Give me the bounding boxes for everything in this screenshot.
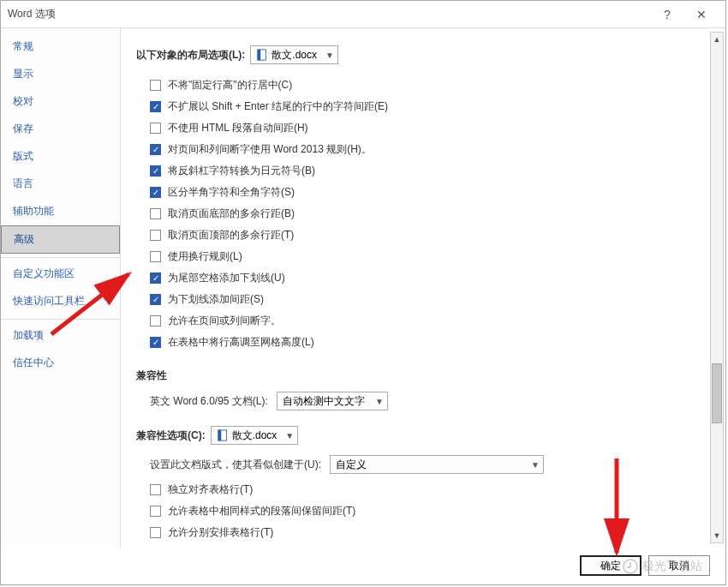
english-word-label: 英文 Word 6.0/95 文档(L):	[150, 394, 268, 409]
compat-checkbox-list: 独立对齐表格行(T) 允许表格中相同样式的段落间保留间距(T) 允许分别安排表格…	[150, 479, 700, 547]
checkbox-row[interactable]: 允许表格中相同样式的段落间保留间距(T)	[150, 500, 700, 522]
checkbox-label: 为下划线添加间距(S)	[168, 292, 264, 307]
checkbox-row[interactable]: 不将"固定行高"的行居中(C)	[150, 75, 700, 96]
button-label: 取消	[669, 559, 689, 573]
checkbox[interactable]	[150, 80, 161, 91]
sidebar-label: 语言	[13, 177, 33, 189]
checkbox-row[interactable]: 对页间和列间断字使用 Word 2013 规则(H)。	[150, 139, 700, 160]
titlebar: Word 选项 ? ✕	[1, 1, 725, 28]
sidebar-label: 版式	[13, 150, 33, 162]
help-button[interactable]: ?	[650, 3, 684, 27]
ok-button[interactable]: 确定	[580, 555, 641, 576]
compat-option-label: 兼容性选项(C):	[136, 428, 206, 443]
svg-rect-3	[218, 430, 221, 440]
sidebar-item-general[interactable]: 常规	[1, 33, 120, 61]
dropdown-text: 散文.docx	[272, 48, 317, 63]
checkbox-label: 将反斜杠字符转换为日元符号(B)	[168, 164, 315, 178]
sidebar-label: 常规	[13, 40, 33, 52]
compat-heading: 兼容性	[136, 368, 700, 383]
version-label: 设置此文档版式，使其看似创建于(U):	[150, 458, 321, 472]
checkbox[interactable]	[150, 208, 161, 219]
sidebar-item-language[interactable]: 语言	[1, 171, 120, 198]
sidebar-item-accessibility[interactable]: 辅助功能	[1, 198, 120, 225]
checkbox-row[interactable]: 为下划线添加间距(S)	[150, 289, 700, 310]
checkbox[interactable]	[150, 101, 161, 112]
checkbox-row[interactable]: 在表格中将行高调至网格高度(L)	[150, 332, 700, 353]
checkbox-label: 不扩展以 Shift + Enter 结尾的行中的字符间距(E)	[168, 99, 388, 114]
sidebar-item-display[interactable]: 显示	[1, 61, 120, 88]
checkbox-label: 为尾部空格添加下划线(U)	[168, 271, 285, 285]
sidebar-item-layout[interactable]: 版式	[1, 143, 120, 171]
checkbox-row[interactable]: 允许分别安排表格行(T)	[150, 522, 700, 543]
checkbox[interactable]	[150, 273, 161, 284]
compat-doc-dropdown[interactable]: 散文.docx ▼	[211, 426, 299, 445]
sidebar: 常规 显示 校对 保存 版式 语言 辅助功能 高级 自定义功能区 快速访问工具栏…	[1, 28, 121, 547]
checkbox-row[interactable]: 不使用 HTML 段落自动间距(H)	[150, 117, 700, 139]
checkbox-label: 取消页面底部的多余行距(B)	[168, 207, 295, 221]
window-title: Word 选项	[8, 7, 650, 21]
checkbox[interactable]	[150, 251, 161, 262]
english-word-dropdown[interactable]: 自动检测中文文字 ▼	[277, 392, 388, 410]
scroll-thumb[interactable]	[712, 363, 722, 423]
checkbox[interactable]	[150, 144, 161, 155]
checkbox-row[interactable]: 将反斜杠字符转换为日元符号(B)	[150, 160, 700, 182]
version-dropdown[interactable]: 自定义 ▼	[330, 455, 544, 474]
checkbox[interactable]	[150, 294, 161, 305]
checkbox-label: 不使用 HTML 段落自动间距(H)	[168, 121, 308, 135]
checkbox-label: 允许在页间或列间断字。	[168, 314, 281, 328]
sidebar-label: 加载项	[13, 329, 44, 341]
checkbox[interactable]	[150, 506, 161, 517]
content-panel: 以下对象的布局选项(L): 散文.docx ▼ 不将"固定行高"的行居中(C) …	[121, 28, 725, 547]
checkbox-label: 独立对齐表格行(T)	[168, 482, 253, 497]
checkbox[interactable]	[150, 230, 161, 241]
chevron-down-icon: ▼	[325, 51, 334, 60]
checkbox[interactable]	[150, 123, 161, 134]
layout-options-label: 以下对象的布局选项(L):	[136, 48, 245, 63]
sidebar-item-quick-access[interactable]: 快速访问工具栏	[1, 288, 120, 315]
sidebar-item-proofing[interactable]: 校对	[1, 88, 120, 116]
sidebar-item-advanced[interactable]: 高级	[1, 225, 120, 254]
checkbox-label: 对页间和列间断字使用 Word 2013 规则(H)。	[168, 142, 372, 157]
dropdown-text: 散文.docx	[232, 428, 277, 443]
sidebar-item-trust-center[interactable]: 信任中心	[1, 350, 120, 377]
checkbox-row[interactable]: 取消页面顶部的多余行距(T)	[150, 225, 700, 246]
checkbox[interactable]	[150, 527, 161, 538]
chevron-down-icon: ▼	[531, 460, 540, 470]
checkbox-label: 区分半角字符和全角字符(S)	[168, 185, 295, 200]
checkbox[interactable]	[150, 484, 161, 495]
dialog-footer: 确定 取消	[1, 547, 725, 584]
checkbox-row[interactable]: 区分半角字符和全角字符(S)	[150, 182, 700, 203]
sidebar-item-save[interactable]: 保存	[1, 116, 120, 143]
document-icon	[217, 429, 229, 441]
svg-rect-1	[258, 50, 261, 60]
scroll-down-icon[interactable]: ▼	[711, 529, 723, 542]
checkbox[interactable]	[150, 165, 161, 177]
sidebar-item-customize-ribbon[interactable]: 自定义功能区	[1, 257, 120, 288]
sidebar-item-addins[interactable]: 加载项	[1, 319, 120, 350]
scroll-track[interactable]	[711, 46, 723, 529]
checkbox[interactable]	[150, 187, 161, 198]
checkbox-row[interactable]: 使用换行规则(L)	[150, 246, 700, 267]
checkbox-row[interactable]: 为尾部空格添加下划线(U)	[150, 267, 700, 289]
sidebar-label: 显示	[13, 68, 33, 80]
scroll-up-icon[interactable]: ▲	[711, 33, 723, 46]
sidebar-label: 校对	[13, 95, 33, 107]
checkbox-label: 不将"固定行高"的行居中(C)	[168, 78, 292, 93]
checkbox[interactable]	[150, 337, 161, 348]
checkbox-label: 取消页面顶部的多余行距(T)	[168, 228, 294, 243]
checkbox-row[interactable]: 取消页面底部的多余行距(B)	[150, 203, 700, 225]
sidebar-label: 快速访问工具栏	[13, 295, 85, 307]
document-icon	[256, 49, 268, 61]
checkbox[interactable]	[150, 315, 161, 326]
cancel-button[interactable]: 取消	[648, 555, 710, 576]
chevron-down-icon: ▼	[375, 397, 384, 406]
checkbox-label: 允许表格中相同样式的段落间保留间距(T)	[168, 504, 355, 518]
close-button[interactable]: ✕	[684, 3, 719, 27]
checkbox-row[interactable]: 不扩展以 Shift + Enter 结尾的行中的字符间距(E)	[150, 96, 700, 117]
button-label: 确定	[600, 559, 621, 573]
layout-doc-dropdown[interactable]: 散文.docx ▼	[250, 45, 338, 64]
vertical-scrollbar[interactable]: ▲ ▼	[710, 32, 724, 543]
checkbox-row[interactable]: 允许在页间或列间断字。	[150, 310, 700, 332]
checkbox-label: 使用换行规则(L)	[168, 249, 242, 264]
checkbox-row[interactable]: 独立对齐表格行(T)	[150, 479, 700, 500]
